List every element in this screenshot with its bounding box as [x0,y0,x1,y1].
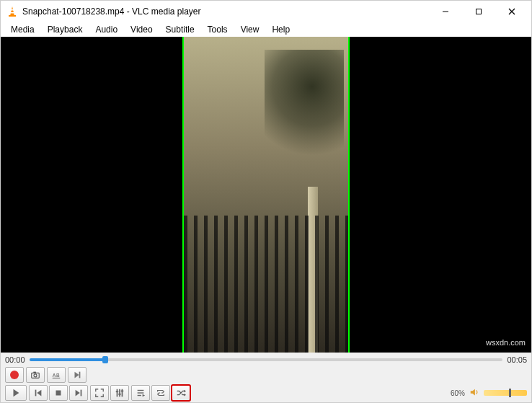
menubar: Media Playback Audio Video Subtitle Tool… [1,22,531,37]
svg-marker-33 [471,389,475,395]
svg-marker-19 [76,390,80,397]
svg-rect-14 [79,372,81,378]
svg-rect-23 [122,389,123,397]
svg-rect-1 [9,15,16,17]
svg-rect-22 [119,389,120,397]
video-area[interactable]: wsxdn.com [1,37,531,353]
main-controls-row: 60% [5,385,527,401]
ab-loop-button[interactable]: AB [47,367,66,383]
menu-audio[interactable]: Audio [89,23,123,36]
menu-video[interactable]: Video [125,23,158,36]
volume-area: 60% [451,387,527,399]
svg-rect-2 [11,9,14,11]
svg-rect-5 [476,9,482,14]
shuffle-icon [176,388,186,398]
video-content-decoration [184,216,348,353]
shuffle-button[interactable] [172,385,190,401]
record-button[interactable] [5,367,24,383]
playlist-button[interactable] [131,385,150,401]
time-total: 00:05 [507,355,527,364]
previous-button[interactable] [29,385,48,401]
svg-point-9 [34,374,37,377]
window-title: Snapchat-100718238.mp4 - VLC media playe… [22,6,429,17]
controls-area: 00:00 00:05 AB [1,353,531,402]
menu-view[interactable]: View [235,23,265,36]
maximize-button[interactable] [462,1,495,22]
stop-icon [53,388,63,398]
svg-marker-32 [184,394,186,397]
volume-percent-label: 60% [451,389,465,397]
svg-rect-24 [116,391,119,392]
vlc-window: Snapchat-100718238.mp4 - VLC media playe… [0,0,532,403]
video-frame [182,37,350,353]
seek-row: 00:00 00:05 [5,355,527,364]
advanced-controls-row: AB [5,367,527,383]
svg-marker-13 [75,372,79,378]
svg-marker-17 [37,390,41,397]
vlc-cone-icon [6,6,18,17]
svg-marker-15 [14,389,19,397]
seek-bar[interactable] [30,356,503,363]
svg-rect-20 [81,390,82,397]
svg-rect-21 [117,389,118,397]
watermark-text: wsxdn.com [486,338,526,347]
video-content-decoration [265,50,344,172]
play-button[interactable] [5,385,27,401]
svg-text:B: B [56,373,60,378]
menu-help[interactable]: Help [266,23,296,36]
menu-media[interactable]: Media [5,23,40,36]
frame-step-button[interactable] [68,367,87,383]
menu-playback[interactable]: Playback [42,23,89,36]
menu-tools[interactable]: Tools [202,23,234,36]
next-button[interactable] [69,385,88,401]
loop-button[interactable] [151,385,170,401]
svg-rect-10 [33,372,36,373]
svg-marker-0 [10,6,14,16]
playlist-icon [136,388,146,398]
loop-icon [156,388,166,398]
snapshot-button[interactable] [26,367,45,383]
svg-marker-30 [143,394,146,397]
svg-text:A: A [53,373,56,378]
equalizer-icon [115,388,125,398]
svg-rect-26 [121,391,124,392]
svg-rect-16 [35,390,37,397]
window-controls [429,1,528,22]
ab-loop-icon: AB [51,370,61,380]
menu-subtitle[interactable]: Subtitle [160,23,200,36]
minimize-button[interactable] [429,1,462,22]
fullscreen-icon [94,388,105,398]
previous-icon [33,388,43,398]
close-button[interactable] [495,1,528,22]
next-icon [74,388,84,398]
extended-settings-button[interactable] [110,385,129,401]
volume-slider[interactable] [484,390,527,396]
record-icon [10,371,19,379]
titlebar: Snapchat-100718238.mp4 - VLC media playe… [1,1,531,22]
speaker-icon[interactable] [469,387,479,399]
seek-fill [30,358,105,361]
volume-knob[interactable] [509,389,511,397]
svg-rect-3 [11,12,14,14]
play-icon [11,388,21,398]
stop-button[interactable] [49,385,68,401]
svg-rect-25 [118,394,121,395]
time-elapsed: 00:00 [5,355,25,364]
svg-marker-31 [184,390,186,393]
fullscreen-button[interactable] [90,385,109,401]
snapshot-icon [30,370,40,380]
seek-knob[interactable] [102,356,108,363]
svg-rect-18 [56,391,61,396]
frame-step-icon [72,370,82,380]
